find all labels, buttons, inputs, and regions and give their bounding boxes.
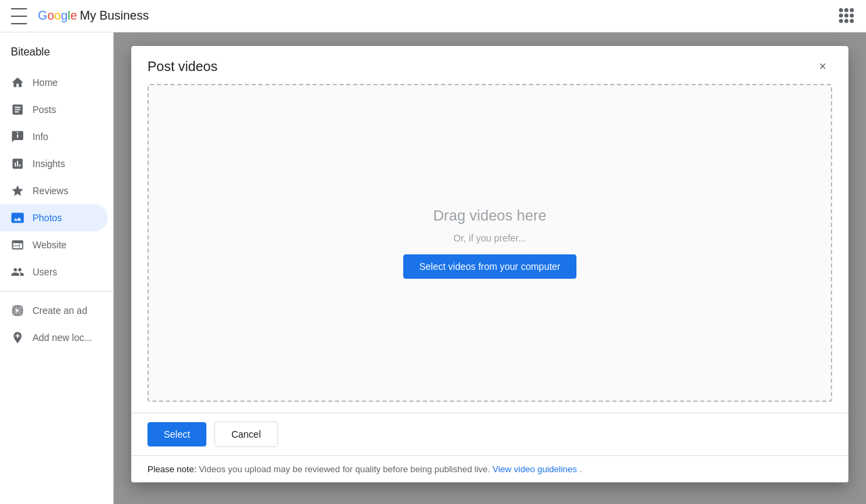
dialog-header: Post videos ×	[131, 46, 848, 84]
website-icon	[11, 238, 24, 252]
apps-icon[interactable]	[839, 8, 855, 24]
select-videos-button[interactable]: Select videos from your computer	[403, 254, 577, 279]
photos-icon	[11, 211, 24, 225]
posts-icon	[11, 103, 24, 116]
create-ad-icon	[11, 304, 24, 317]
reviews-icon	[11, 184, 24, 198]
sidebar-label-info: Info	[32, 131, 48, 142]
note-bar: Please note: Videos you upload may be re…	[131, 455, 848, 482]
topbar-title: My Business	[80, 9, 149, 23]
sidebar-item-info[interactable]: Info	[0, 123, 108, 150]
dropzone[interactable]: Drag videos here Or, if you prefer... Se…	[147, 84, 832, 402]
sidebar-item-photos[interactable]: Photos	[0, 204, 108, 231]
sidebar-label-users: Users	[32, 267, 58, 277]
select-button[interactable]: Select	[147, 422, 206, 446]
close-button[interactable]: ×	[813, 57, 832, 76]
sidebar-item-create-ad[interactable]: Create an ad	[0, 297, 108, 324]
menu-icon[interactable]	[11, 8, 27, 24]
sidebar-item-insights[interactable]: Insights	[0, 150, 108, 177]
sidebar-label-home: Home	[32, 77, 58, 88]
topbar: Google My Business	[0, 0, 866, 32]
note-text: Videos you upload may be reviewed for qu…	[199, 464, 493, 474]
users-icon	[11, 265, 24, 279]
dropzone-main-text: Drag videos here	[433, 207, 547, 225]
content-area: Post videos × Drag videos here Or, if yo…	[114, 32, 866, 504]
sidebar-item-reviews[interactable]: Reviews	[0, 177, 108, 204]
modal-overlay: Post videos × Drag videos here Or, if yo…	[114, 32, 866, 504]
sidebar-label-reviews: Reviews	[32, 185, 68, 196]
sidebar-divider	[0, 291, 113, 292]
home-icon	[11, 76, 24, 89]
note-suffix: .	[579, 464, 582, 474]
sidebar-brand: Biteable	[0, 38, 113, 69]
post-videos-dialog: Post videos × Drag videos here Or, if yo…	[131, 46, 848, 482]
sidebar: Biteable Home Posts	[0, 32, 114, 504]
sidebar-label-add-location: Add new loc...	[32, 332, 92, 343]
cancel-button[interactable]: Cancel	[214, 421, 278, 447]
sidebar-label-website: Website	[32, 239, 66, 250]
sidebar-label-photos: Photos	[32, 212, 62, 223]
video-guidelines-link[interactable]: View video guidelines	[493, 464, 577, 474]
google-logo: Google	[38, 9, 77, 23]
sidebar-label-posts: Posts	[32, 104, 56, 115]
dialog-title: Post videos	[147, 59, 217, 74]
sidebar-item-home[interactable]: Home	[0, 69, 108, 96]
sidebar-label-insights: Insights	[32, 158, 65, 169]
dialog-footer: Select Cancel	[131, 413, 848, 455]
sidebar-label-create-ad: Create an ad	[32, 305, 87, 316]
note-prefix: Please note:	[147, 464, 196, 474]
info-icon	[11, 130, 24, 143]
main-layout: Biteable Home Posts	[0, 32, 866, 504]
sidebar-item-add-location[interactable]: Add new loc...	[0, 324, 108, 351]
sidebar-item-website[interactable]: Website	[0, 231, 108, 258]
add-location-icon	[11, 331, 24, 344]
sidebar-item-users[interactable]: Users	[0, 258, 108, 285]
sidebar-item-posts[interactable]: Posts	[0, 96, 108, 123]
insights-icon	[11, 157, 24, 170]
dropzone-sub-text: Or, if you prefer...	[453, 233, 526, 244]
